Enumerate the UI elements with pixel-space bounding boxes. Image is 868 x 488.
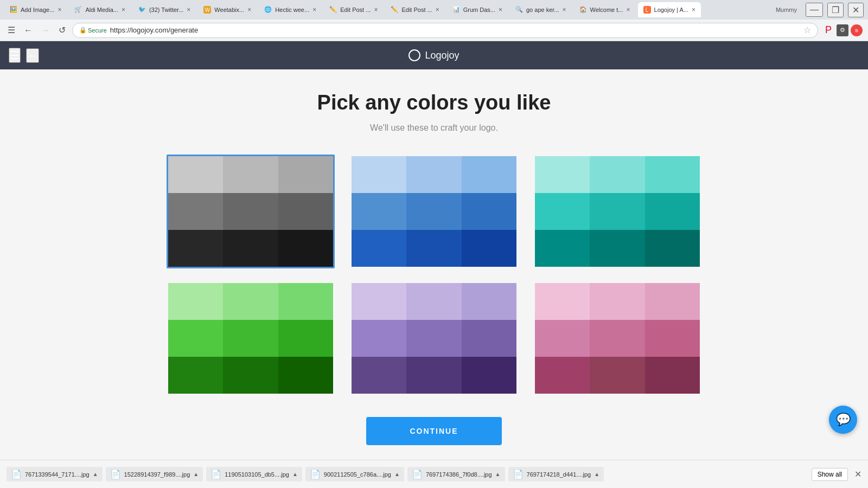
page-content: ☰ ← Logojoy Pick any colors you like We'… xyxy=(0,41,868,488)
tab-close-hectic[interactable]: × xyxy=(312,6,316,14)
palette-pink[interactable] xyxy=(533,281,701,395)
browser-titlebar: 🖼️ Add Image... × 🛒 Aldi Media... × 🐦 (3… xyxy=(0,0,868,20)
color-swatch xyxy=(406,283,461,320)
app-back-button[interactable]: ← xyxy=(26,48,39,63)
tab-favicon-welcome: 🏠 xyxy=(579,6,587,14)
download-chevron-4[interactable]: ▲ xyxy=(495,471,501,477)
color-swatch xyxy=(535,320,590,357)
color-swatch xyxy=(645,193,700,230)
show-all-button[interactable]: Show all xyxy=(812,468,848,481)
color-swatch xyxy=(590,193,644,230)
color-swatch xyxy=(535,230,590,267)
restore-button[interactable]: ❐ xyxy=(827,3,844,17)
app-menu-button[interactable]: ☰ xyxy=(9,48,21,63)
tab-close-add-image[interactable]: × xyxy=(58,6,61,14)
tab-hectic[interactable]: 🌐 Hectic wee... × xyxy=(259,2,322,17)
tab-close-goape[interactable]: × xyxy=(563,6,566,14)
download-chevron-0[interactable]: ▲ xyxy=(93,471,98,477)
download-chevron-1[interactable]: ▲ xyxy=(193,471,199,477)
tab-favicon-edit2: ✏️ xyxy=(391,6,398,14)
tab-add-image[interactable]: 🖼️ Add Image... × xyxy=(4,2,67,17)
palette-gray[interactable] xyxy=(167,155,335,268)
tab-close-twitter[interactable]: × xyxy=(187,6,190,14)
color-swatch xyxy=(462,357,516,394)
page-title: Pick any colors you like xyxy=(317,91,551,114)
tab-favicon-aldi: 🛒 xyxy=(74,6,82,14)
tab-edit1[interactable]: ✏️ Edit Post ... × xyxy=(324,2,383,17)
color-swatch xyxy=(462,320,516,357)
tab-close-edit1[interactable]: × xyxy=(374,6,378,14)
file-icon-5: 📄 xyxy=(513,469,524,479)
download-item-1[interactable]: 📄 15228914397_f989....jpg ▲ xyxy=(106,467,203,481)
downloads-close-icon[interactable]: ✕ xyxy=(854,469,861,479)
continue-button[interactable]: CONTINUE xyxy=(366,417,501,445)
color-swatch xyxy=(406,156,461,193)
downloads-bar: 📄 7671339544_7171....jpg ▲ 📄 15228914397… xyxy=(0,460,868,488)
tab-close-grum[interactable]: × xyxy=(499,6,502,14)
tab-favicon-goape: 🔍 xyxy=(515,6,523,14)
tab-close-logojoy[interactable]: × xyxy=(692,6,695,14)
color-swatch xyxy=(590,156,644,193)
download-name-0: 7671339544_7171....jpg xyxy=(25,471,90,478)
bookmark-icon[interactable]: ☆ xyxy=(803,25,811,35)
color-swatch xyxy=(168,357,223,394)
tab-logojoy[interactable]: L Logojoy | A... × xyxy=(638,2,701,17)
tab-favicon-hectic: 🌐 xyxy=(264,6,272,14)
minimize-button[interactable]: — xyxy=(806,3,823,17)
color-swatch xyxy=(645,230,700,267)
color-swatch xyxy=(352,283,406,320)
tab-aldi[interactable]: 🛒 Aldi Media... × xyxy=(69,2,131,17)
download-name-4: 7697174386_7f0d8....jpg xyxy=(426,471,492,478)
tab-grum[interactable]: 📊 Grum Das... × xyxy=(447,2,508,17)
color-swatch xyxy=(168,193,223,230)
tab-close-welcome[interactable]: × xyxy=(627,6,630,14)
palette-teal[interactable] xyxy=(533,155,701,268)
color-swatch xyxy=(223,357,278,394)
file-icon-3: 📄 xyxy=(310,469,321,479)
pinterest-icon[interactable]: P xyxy=(822,24,834,36)
toolbar-extensions: P ⚙ ≡ xyxy=(822,24,863,36)
download-name-5: 7697174218_d441....jpg xyxy=(527,471,591,478)
file-icon-2: 📄 xyxy=(210,469,221,479)
tab-goape[interactable]: 🔍 go ape ker... × xyxy=(510,2,572,17)
back-button[interactable]: ← xyxy=(22,23,35,37)
forward-button[interactable]: → xyxy=(39,23,52,37)
color-swatch xyxy=(352,320,406,357)
color-swatch xyxy=(278,193,333,230)
tab-weetabix[interactable]: W Weetabix... × xyxy=(198,2,257,17)
palette-green[interactable] xyxy=(167,281,335,395)
palette-blue[interactable] xyxy=(350,155,518,268)
file-icon-1: 📄 xyxy=(110,469,121,479)
tab-close-aldi[interactable]: × xyxy=(122,6,125,14)
menu-button[interactable]: ☰ xyxy=(5,23,17,37)
address-bar[interactable]: 🔒 Secure https://logojoy.com/generate ☆ xyxy=(72,23,818,38)
download-chevron-5[interactable]: ▲ xyxy=(594,471,599,477)
download-item-5[interactable]: 📄 7697174218_d441....jpg ▲ xyxy=(508,467,604,481)
download-item-0[interactable]: 📄 7671339544_7171....jpg ▲ xyxy=(7,467,103,481)
color-swatch xyxy=(278,320,333,357)
extension-icon-2[interactable]: ≡ xyxy=(851,24,863,36)
reload-button[interactable]: ↺ xyxy=(56,23,68,37)
tab-welcome[interactable]: 🏠 Welcome t... × xyxy=(574,2,636,17)
tab-favicon-logojoy: L xyxy=(643,6,651,14)
tab-edit2[interactable]: ✏️ Edit Post ... × xyxy=(385,2,444,17)
color-swatch xyxy=(590,357,644,394)
tab-favicon-edit1: ✏️ xyxy=(329,6,337,14)
download-item-2[interactable]: 📄 11905103105_db5....jpg ▲ xyxy=(206,467,302,481)
tab-twitter[interactable]: 🐦 (32) Twitter... × xyxy=(133,2,196,17)
download-chevron-2[interactable]: ▲ xyxy=(292,471,298,477)
palette-purple[interactable] xyxy=(350,281,518,395)
color-swatch xyxy=(462,193,516,230)
color-swatch xyxy=(223,283,278,320)
close-button[interactable]: ✕ xyxy=(848,3,864,17)
extension-icon-1[interactable]: ⚙ xyxy=(837,24,848,36)
color-swatch xyxy=(278,230,333,267)
download-item-3[interactable]: 📄 9002112505_c786a....jpg ▲ xyxy=(305,467,404,481)
tab-close-edit2[interactable]: × xyxy=(436,6,439,14)
tab-close-weetabix[interactable]: × xyxy=(247,6,251,14)
app-logo: Logojoy xyxy=(409,49,459,61)
chat-button[interactable]: 💬 xyxy=(829,406,857,434)
download-chevron-3[interactable]: ▲ xyxy=(394,471,400,477)
download-item-4[interactable]: 📄 7697174386_7f0d8....jpg ▲ xyxy=(407,467,505,481)
tab-favicon-grum: 📊 xyxy=(452,6,460,14)
